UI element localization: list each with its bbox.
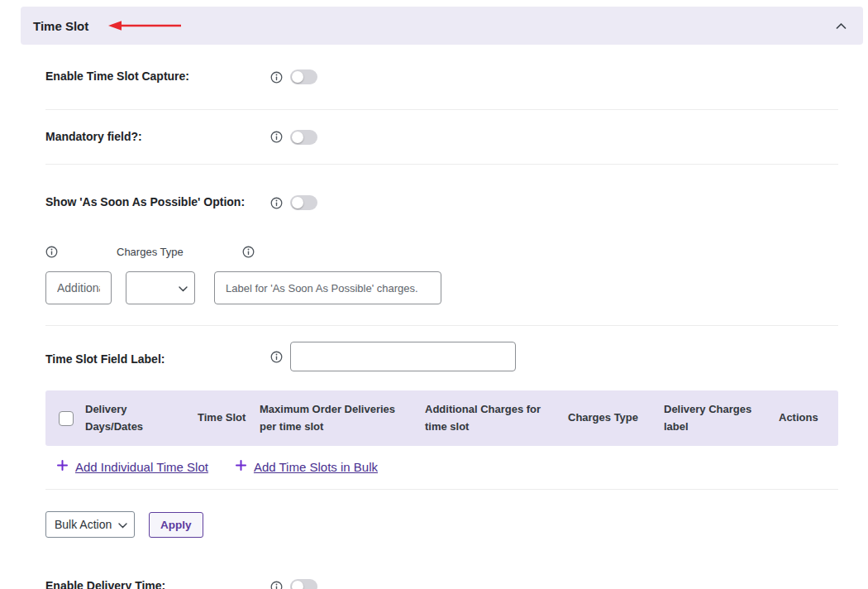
- section-title: Time Slot: [33, 19, 88, 33]
- column-header-max-order-deliveries: Maximum Order Deliveries per time slot: [260, 401, 425, 434]
- setting-row-enable-time-slot-capture: Enable Time Slot Capture:: [45, 45, 838, 110]
- info-icon[interactable]: [270, 71, 283, 84]
- info-icon[interactable]: [270, 131, 283, 143]
- select-all-checkbox[interactable]: [59, 411, 74, 426]
- table-header-row: Delivery Days/Dates Time Slot Maximum Or…: [45, 390, 838, 446]
- section-body: Enable Time Slot Capture: Mandatory fiel…: [21, 45, 863, 589]
- plus-icon: [57, 459, 68, 474]
- time-slot-field-label-input[interactable]: [290, 342, 516, 371]
- add-individual-time-slot-link[interactable]: Add Individual Time Slot: [57, 459, 208, 474]
- mandatory-field-toggle[interactable]: [290, 130, 317, 145]
- setting-row-show-asap-option: Show 'As Soon As Possible' Option:: [45, 165, 838, 241]
- section-header[interactable]: Time Slot: [21, 7, 863, 45]
- asap-additional-charges-input[interactable]: [45, 271, 112, 304]
- setting-label: Mandatory field?:: [45, 127, 270, 148]
- setting-label: Enable Delivery Time:: [45, 576, 270, 589]
- setting-label: Time Slot Field Label:: [45, 342, 270, 371]
- time-slot-settings-card: Time Slot Enable Time Slot Capture:: [21, 7, 863, 589]
- info-icon[interactable]: [270, 581, 283, 589]
- enable-delivery-time-toggle[interactable]: [290, 579, 317, 589]
- bulk-action-row: Bulk Action Apply: [45, 490, 838, 538]
- bulk-action-select[interactable]: Bulk Action: [45, 511, 135, 538]
- add-time-slot-links: Add Individual Time Slot Add Time Slots …: [45, 446, 838, 490]
- time-slots-table: Delivery Days/Dates Time Slot Maximum Or…: [45, 390, 838, 446]
- asap-charges-label-input[interactable]: [214, 271, 441, 304]
- charges-type-label: Charges Type: [117, 246, 184, 258]
- collapse-section-button[interactable]: [832, 17, 850, 36]
- show-asap-option-toggle[interactable]: [290, 195, 317, 210]
- column-header-additional-charges: Additional Charges for time slot: [425, 401, 568, 434]
- info-icon[interactable]: [242, 246, 255, 258]
- chevron-up-icon: [836, 20, 847, 32]
- setting-label: Enable Time Slot Capture:: [45, 66, 270, 88]
- info-icon[interactable]: [270, 351, 283, 363]
- info-icon[interactable]: [45, 246, 58, 258]
- column-header-time-slot: Time Slot: [198, 409, 260, 426]
- setting-label: Show 'As Soon As Possible' Option:: [45, 192, 270, 213]
- column-header-actions: Actions: [779, 409, 825, 426]
- add-time-slots-in-bulk-link[interactable]: Add Time Slots in Bulk: [236, 459, 378, 474]
- apply-button[interactable]: Apply: [149, 512, 203, 538]
- column-header-delivery-days: Delivery Days/Dates: [85, 401, 198, 434]
- setting-row-time-slot-field-label: Time Slot Field Label:: [45, 326, 838, 386]
- asap-charges-type-select[interactable]: [126, 271, 195, 304]
- enable-time-slot-capture-toggle[interactable]: [290, 69, 317, 84]
- asap-charges-block: Charges Type: [45, 241, 838, 326]
- plus-icon: [236, 459, 246, 474]
- column-header-delivery-charges-label: Delivery Charges label: [664, 401, 779, 434]
- column-header-charges-type: Charges Type: [568, 409, 664, 426]
- red-annotation-arrow-icon: [107, 20, 183, 35]
- info-icon[interactable]: [270, 197, 283, 209]
- setting-row-enable-delivery-time: Enable Delivery Time:: [45, 570, 838, 589]
- setting-row-mandatory-field: Mandatory field?:: [45, 110, 838, 165]
